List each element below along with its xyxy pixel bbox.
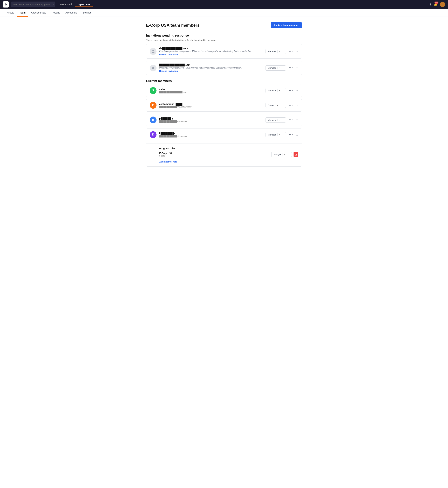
chevron-down-icon: ▾ bbox=[279, 50, 280, 52]
member-status: Pending account activation – This user h… bbox=[159, 67, 263, 69]
role-select-divider bbox=[276, 104, 276, 107]
chevron-down-icon: ▾ bbox=[279, 119, 280, 121]
page-header: E-Corp USA team members Invite a team me… bbox=[146, 22, 302, 28]
avatar-initial: C bbox=[152, 104, 154, 107]
avatar: C bbox=[150, 102, 157, 109]
program-roles-title: Program roles bbox=[159, 147, 298, 150]
invite-team-member-button[interactable]: Invite a team member bbox=[271, 22, 302, 28]
current-members-title: Current members bbox=[146, 79, 302, 83]
member-controls: Member ▾ ••• ▴ bbox=[265, 132, 298, 137]
user-avatar[interactable] bbox=[440, 2, 445, 7]
member-controls: Member ▾ ••• ▾ bbox=[265, 88, 298, 93]
help-icon[interactable]: ? bbox=[430, 3, 431, 6]
notification-count: 141 bbox=[434, 1, 439, 4]
avatar-initial: K bbox=[152, 133, 154, 136]
svg-point-0 bbox=[152, 50, 154, 51]
role-select[interactable]: Member ▾ bbox=[265, 117, 286, 122]
program-role-row: E-Corp USA e-corp Analyst ▾ 🗑 bbox=[159, 152, 298, 157]
chevron-down-icon: ▾ bbox=[279, 67, 280, 69]
notification-bell[interactable]: 🔔 141 bbox=[434, 3, 437, 6]
main-content: E-Corp USA team members Invite a team me… bbox=[142, 17, 306, 174]
expand-button[interactable]: ▾ bbox=[296, 118, 298, 122]
expanded-section: Program roles E-Corp USA e-corp Analyst … bbox=[146, 144, 302, 167]
program-role-select[interactable]: Analyst ▾ bbox=[271, 152, 292, 157]
avatar: B bbox=[150, 117, 157, 123]
sub-nav-item-accounting[interactable]: Accounting bbox=[63, 9, 80, 17]
role-label: Member bbox=[268, 67, 276, 69]
member-status: Pending organization acceptance – This u… bbox=[159, 50, 263, 52]
member-controls: Member ▾ ••• ▾ bbox=[265, 65, 298, 71]
role-select[interactable]: Member ▾ bbox=[265, 65, 286, 71]
role-select[interactable]: Member ▾ bbox=[265, 132, 286, 137]
member-info: sales ████████████████.com bbox=[159, 88, 263, 93]
more-options-button[interactable]: ••• bbox=[288, 103, 294, 108]
role-label: Member bbox=[268, 50, 276, 53]
search-box[interactable]: ▾ bbox=[11, 1, 55, 7]
sub-nav-item-settings[interactable]: Settings bbox=[80, 9, 94, 17]
current-member-card: B b██████in ████████████edama.com Member… bbox=[146, 114, 302, 126]
invitations-pending-title: Invitations pending response bbox=[146, 34, 302, 37]
more-options-button[interactable]: ••• bbox=[288, 132, 294, 137]
avatar bbox=[150, 64, 157, 72]
member-name: b██████in bbox=[159, 117, 263, 120]
member-name: sales bbox=[159, 88, 263, 91]
current-members-list: S sales ████████████████.com Member ▾ ••… bbox=[146, 84, 302, 167]
current-member-card: S sales ████████████████.com Member ▾ ••… bbox=[146, 84, 302, 97]
role-select[interactable]: Owner ▾ bbox=[265, 103, 286, 108]
logo-text: b bbox=[5, 3, 7, 6]
organization-link[interactable]: Organization bbox=[75, 2, 94, 7]
expand-button[interactable]: ▾ bbox=[296, 88, 298, 93]
sub-nav-item-reports[interactable]: Reports bbox=[49, 9, 63, 17]
role-select-divider bbox=[277, 89, 278, 92]
top-nav-links: Dashboard Organization bbox=[58, 2, 93, 7]
member-card-top: K k████████t ████████████edama.com Membe… bbox=[146, 128, 302, 141]
resend-invitation-link[interactable]: Resend invitation bbox=[159, 53, 178, 56]
chevron-down-icon: ▾ bbox=[277, 104, 278, 106]
sub-nav-item-attack-surface[interactable]: Attack surface bbox=[28, 9, 49, 17]
top-nav: b ▾ Dashboard Organization ? 🔔 141 bbox=[0, 0, 448, 9]
member-name: customerops_████ bbox=[159, 103, 263, 105]
member-info: customerops_████ ████████████@bugcrowd.c… bbox=[159, 103, 263, 108]
member-name: k████████t bbox=[159, 132, 263, 135]
pending-member-card: da████████████.com Pending organization … bbox=[146, 44, 302, 59]
invitations-pending-section: Invitations pending response These users… bbox=[146, 34, 302, 75]
role-select-divider bbox=[277, 67, 278, 69]
more-options-button[interactable]: ••• bbox=[288, 65, 294, 70]
avatar bbox=[150, 48, 157, 55]
expand-button[interactable]: ▾ bbox=[296, 66, 298, 70]
chevron-down-icon[interactable]: ▾ bbox=[53, 3, 54, 6]
member-controls: Member ▾ ••• ▾ bbox=[265, 117, 298, 122]
role-select[interactable]: Member ▾ bbox=[265, 88, 286, 93]
role-select-divider bbox=[282, 153, 282, 156]
delete-role-button[interactable]: 🗑 bbox=[294, 152, 298, 157]
chevron-down-icon: ▾ bbox=[279, 90, 280, 92]
sub-nav-item-team[interactable]: Team bbox=[17, 9, 28, 17]
sub-nav-item-assets[interactable]: Assets bbox=[4, 9, 17, 17]
member-controls: Member ▾ ••• ▾ bbox=[265, 49, 298, 54]
current-member-card: K k████████t ████████████edama.com Membe… bbox=[146, 128, 302, 167]
avatar: S bbox=[150, 87, 157, 94]
role-select[interactable]: Member ▾ bbox=[265, 49, 286, 54]
member-email: ████████████@bugcrowd.com bbox=[159, 106, 263, 108]
dashboard-link[interactable]: Dashboard bbox=[58, 2, 74, 7]
member-email: ████████████edama.com bbox=[159, 120, 263, 123]
member-info: da████████████.com Pending organization … bbox=[159, 47, 263, 56]
resend-invitation-link[interactable]: Resend invitation bbox=[159, 70, 178, 72]
expand-button[interactable]: ▾ bbox=[296, 103, 298, 107]
add-role-link[interactable]: Add another role bbox=[159, 160, 177, 163]
expand-button[interactable]: ▾ bbox=[296, 49, 298, 54]
logo[interactable]: b bbox=[3, 1, 9, 8]
more-options-button[interactable]: ••• bbox=[288, 49, 294, 54]
pending-members-list: da████████████.com Pending organization … bbox=[146, 44, 302, 75]
member-info: b██████in ████████████edama.com bbox=[159, 117, 263, 123]
collapse-button[interactable]: ▴ bbox=[296, 133, 298, 137]
nav-right: ? 🔔 141 bbox=[430, 2, 445, 7]
member-email-display: ███████████████.com bbox=[159, 64, 263, 66]
pending-member-card: ███████████████.com Pending account acti… bbox=[146, 61, 302, 75]
search-input[interactable] bbox=[13, 3, 50, 6]
member-email: ████████████████.com bbox=[159, 91, 263, 93]
more-options-button[interactable]: ••• bbox=[288, 88, 294, 93]
role-label: Member bbox=[268, 119, 276, 121]
more-options-button[interactable]: ••• bbox=[288, 118, 294, 122]
member-info: ███████████████.com Pending account acti… bbox=[159, 64, 263, 72]
